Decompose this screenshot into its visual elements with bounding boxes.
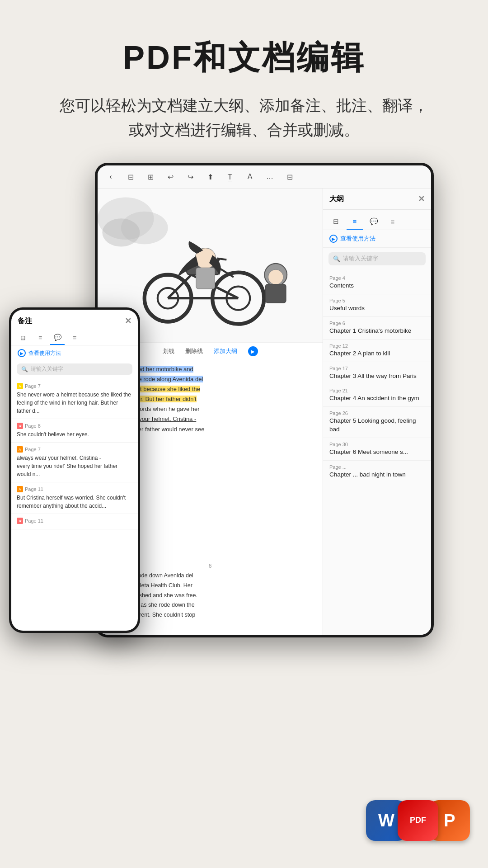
text-icon[interactable]: T̲ bbox=[223, 170, 237, 184]
panel-header: 大纲 ✕ bbox=[323, 189, 431, 210]
phone-tab-bookmark[interactable]: ⊟ bbox=[16, 330, 30, 345]
svg-point-19 bbox=[268, 269, 283, 284]
back-icon[interactable]: ‹ bbox=[104, 170, 117, 184]
phone-search-placeholder: 请输入关键字 bbox=[31, 366, 63, 373]
outline-page: Page 5 bbox=[329, 298, 425, 303]
play-icon[interactable]: ▶ bbox=[248, 346, 258, 356]
phone-note-page: A Page 7 bbox=[17, 383, 132, 389]
undo-icon[interactable]: ↩ bbox=[164, 170, 177, 184]
phone-tab-list[interactable]: ≡ bbox=[33, 330, 47, 345]
phone-panel-title: 备注 bbox=[18, 316, 32, 326]
outline-title: Chapter 2 A plan to kill bbox=[329, 349, 425, 358]
phone-tab-settings[interactable]: ≡ bbox=[67, 330, 82, 345]
share-icon[interactable]: ⬆ bbox=[203, 170, 217, 184]
note-icon-orange: A bbox=[17, 446, 23, 453]
outline-page: Page 17 bbox=[329, 366, 425, 371]
phone-panel-header: 备注 ✕ bbox=[11, 310, 138, 329]
outline-title: Chapter 5 Looking good, feeling bad bbox=[329, 417, 425, 434]
phone-search-icon: 🔍 bbox=[21, 366, 28, 373]
phone-note-text-4: But Cristina herself was worried. She co… bbox=[17, 494, 132, 510]
sub-title: 您可以轻松为文档建立大纲、添加备注、批注、翻译，或对文档进行编辑、合并或删减。 bbox=[27, 93, 461, 142]
main-title: PDF和文档编辑 bbox=[27, 36, 461, 80]
outline-page: Page 26 bbox=[329, 410, 425, 416]
note-icon-pink: ★ bbox=[17, 423, 23, 429]
tab-outline[interactable]: ≡ bbox=[347, 213, 363, 230]
phone-close-icon[interactable]: ✕ bbox=[125, 316, 131, 326]
note-icon-orange-2: A bbox=[17, 486, 23, 492]
outline-title: Chapter 4 An accident in the gym bbox=[329, 394, 425, 403]
outline-page: Page 4 bbox=[329, 275, 425, 281]
header-section: PDF和文档编辑 您可以轻松为文档建立大纲、添加备注、批注、翻译，或对文档进行编… bbox=[0, 0, 488, 160]
outline-page: Page 12 bbox=[329, 343, 425, 349]
phone-note-4: A Page 11 But Cristina herself was worri… bbox=[11, 482, 138, 514]
layout-icon[interactable]: ⊟ bbox=[124, 170, 137, 184]
phone-help[interactable]: ▶ 查看使用方法 bbox=[11, 345, 138, 361]
tablet-screen: ‹ ⊟ ⊞ ↩ ↪ ⬆ T̲ A … ⊟ bbox=[98, 165, 431, 635]
phone-tab-comment[interactable]: 💬 bbox=[50, 330, 65, 345]
outline-item-1[interactable]: Page 4 Contents bbox=[323, 272, 431, 294]
more-icon[interactable]: … bbox=[263, 170, 277, 184]
outline-item-3[interactable]: Page 6 Chapter 1 Cristina's motorbike bbox=[323, 317, 431, 340]
help-text: 查看使用方法 bbox=[340, 235, 375, 243]
outline-item-6[interactable]: Page 21 Chapter 4 An accident in the gym bbox=[323, 384, 431, 407]
outline-title: Chapter 6 Meet someone s... bbox=[329, 448, 425, 457]
outline-title: Chapter 1 Cristina's motorbike bbox=[329, 327, 425, 335]
close-icon[interactable]: ✕ bbox=[418, 194, 425, 204]
word-letter: W bbox=[378, 811, 394, 830]
phone-note-page-2: ★ Page 8 bbox=[17, 423, 132, 429]
view-icon[interactable]: ⊟ bbox=[283, 170, 296, 184]
phone-notes: A Page 7 She never wore a helmet because… bbox=[11, 377, 138, 631]
panel-search[interactable]: 🔍 请输入关键字 bbox=[328, 252, 426, 265]
outline-item-9[interactable]: Page ... Chapter ... bad night in town bbox=[323, 461, 431, 483]
redo-icon[interactable]: ↪ bbox=[183, 170, 197, 184]
panel-tabs: ⊟ ≡ 💬 ≡ bbox=[323, 210, 431, 230]
phone-search[interactable]: 🔍 请输入关键字 bbox=[17, 363, 132, 375]
svg-point-3 bbox=[102, 218, 140, 246]
search-placeholder: 请输入关键字 bbox=[343, 255, 378, 263]
phone-note-page-4: A Page 11 bbox=[17, 486, 132, 492]
pdf-label: PDF bbox=[410, 816, 426, 825]
outline-panel: 大纲 ✕ ⊟ ≡ 💬 ≡ ▶ 查看使用方法 🔍 请输入关键字 bbox=[323, 189, 431, 635]
font-icon[interactable]: A bbox=[243, 170, 257, 184]
outline-item-2[interactable]: Page 5 Useful words bbox=[323, 294, 431, 317]
phone-screen: 备注 ✕ ⊟ ≡ 💬 ≡ ▶ 查看使用方法 🔍 请输入关键字 A Page 7 … bbox=[11, 310, 138, 631]
phone-note-1: A Page 7 She never wore a helmet because… bbox=[11, 379, 138, 419]
underline-btn[interactable]: 划线 bbox=[163, 347, 174, 355]
outline-item-5[interactable]: Page 17 Chapter 3 All the way from Paris bbox=[323, 362, 431, 385]
outline-title: Useful words bbox=[329, 304, 425, 313]
tab-comment[interactable]: 💬 bbox=[366, 213, 382, 230]
phone-note-text-3: always wear your helmet, Cristina -every… bbox=[17, 454, 132, 478]
svg-rect-17 bbox=[196, 268, 215, 289]
tablet-toolbar: ‹ ⊟ ⊞ ↩ ↪ ⬆ T̲ A … ⊟ bbox=[98, 165, 431, 189]
tablet-device: ‹ ⊟ ⊞ ↩ ↪ ⬆ T̲ A … ⊟ bbox=[95, 163, 434, 637]
svg-rect-20 bbox=[265, 284, 286, 303]
add-outline-btn[interactable]: 添加大纲 bbox=[214, 347, 237, 355]
outline-page: Page ... bbox=[329, 464, 425, 470]
phone-note-2: ★ Page 8 She couldn't believe her eyes. bbox=[11, 419, 138, 443]
phone-note-page-3: A Page 7 bbox=[17, 446, 132, 453]
outline-page: Page 21 bbox=[329, 388, 425, 393]
outline-item-7[interactable]: Page 26 Chapter 5 Looking good, feeling … bbox=[323, 407, 431, 438]
outline-item-4[interactable]: Page 12 Chapter 2 A plan to kill bbox=[323, 340, 431, 362]
tab-settings[interactable]: ≡ bbox=[385, 213, 401, 230]
strikethrough-btn[interactable]: 删除线 bbox=[185, 347, 203, 355]
app-icons-container: W PDF P bbox=[366, 800, 470, 841]
grid-icon[interactable]: ⊞ bbox=[144, 170, 157, 184]
outline-page: Page 30 bbox=[329, 442, 425, 447]
outline-title: Chapter 3 All the way from Paris bbox=[329, 372, 425, 381]
phone-note-page-5: ★ Page 11 bbox=[17, 518, 132, 524]
search-icon: 🔍 bbox=[333, 255, 340, 262]
outline-items: Page 4 Contents Page 5 Useful words Page… bbox=[323, 270, 431, 635]
pdf-app-icon[interactable]: PDF bbox=[398, 800, 438, 841]
panel-title: 大纲 bbox=[329, 194, 344, 204]
phone-device: 备注 ✕ ⊟ ≡ 💬 ≡ ▶ 查看使用方法 🔍 请输入关键字 A Page 7 … bbox=[9, 307, 140, 633]
panel-help[interactable]: ▶ 查看使用方法 bbox=[323, 230, 431, 248]
phone-note-5: ★ Page 11 bbox=[11, 514, 138, 529]
outline-item-8[interactable]: Page 30 Chapter 6 Meet someone s... bbox=[323, 438, 431, 461]
outline-title: Contents bbox=[329, 282, 425, 290]
note-icon-pink-2: ★ bbox=[17, 518, 23, 524]
outline-title: Chapter ... bad night in town bbox=[329, 471, 425, 479]
tab-bookmark[interactable]: ⊟ bbox=[328, 213, 344, 230]
ppt-letter: P bbox=[444, 811, 455, 830]
tablet-content: 划线 删除线 添加大纲 ▶ Cristina started her motor… bbox=[98, 189, 431, 635]
